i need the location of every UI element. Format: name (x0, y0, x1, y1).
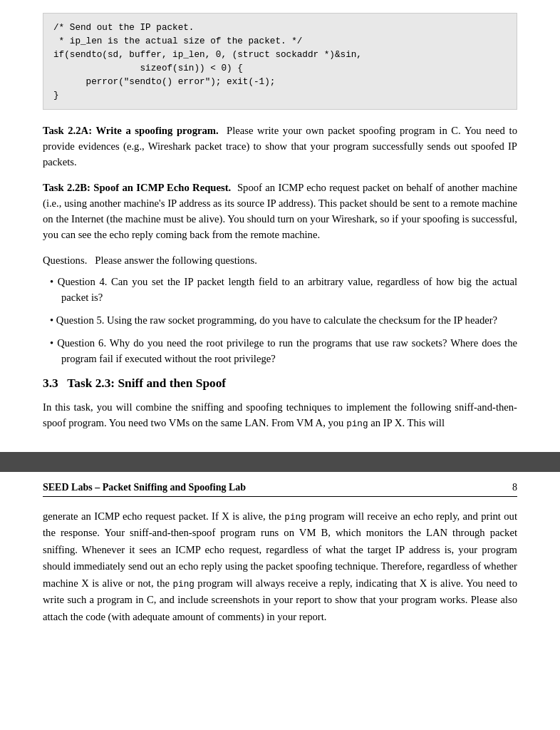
question-4-label: Question 4. (58, 276, 108, 287)
section-number: 3.3 (43, 376, 58, 390)
questions-section: Questions. Please answer the following q… (43, 252, 517, 366)
question-5-text: Using the raw socket programming, do you… (107, 314, 497, 326)
ping-inline-1: ping (346, 418, 368, 429)
questions-label: Questions. (43, 255, 87, 266)
code-line-2: * ip_len is the actual size of the packe… (53, 36, 302, 46)
page-top: /* Send out the IP packet. * ip_len is t… (0, 0, 560, 431)
task-2-2b: Task 2.2B: Spoof an ICMP Echo Request. S… (43, 180, 517, 242)
question-6-item: Question 6. Why do you need the root pri… (50, 335, 517, 366)
task-2-2a-label: Task 2.2A: Write a spoofing program. (43, 125, 219, 136)
task-2-2a: Task 2.2A: Write a spoofing program. Ple… (43, 123, 517, 170)
section-intro-text: In this task, you will combine the sniff… (43, 401, 517, 428)
footer-page-number: 8 (512, 482, 517, 493)
section-intro-end: an IP X. This will (370, 417, 445, 428)
section-3-3-heading: 3.3 Task 2.3: Sniff and then Spoof (43, 376, 517, 391)
code-line-5: perror("sendto() error"); exit(-1); (53, 76, 275, 87)
questions-intro-text: Please answer the following questions. (95, 255, 257, 266)
ping-inline-3: ping (172, 579, 194, 590)
questions-intro: Questions. Please answer the following q… (43, 252, 517, 268)
question-4-text: Can you set the IP packet length field t… (61, 276, 517, 303)
footer-title: SEED Labs – Packet Sniffing and Spoofing… (43, 482, 246, 493)
footer-line: SEED Labs – Packet Sniffing and Spoofing… (43, 472, 517, 497)
section-title: Task 2.3: Sniff and then Spoof (67, 376, 226, 390)
page-divider-bar (0, 452, 560, 472)
question-5-item: Question 5. Using the raw socket program… (50, 312, 517, 328)
code-block: /* Send out the IP packet. * ip_len is t… (43, 13, 517, 110)
bottom-text-start: generate an ICMP echo request packet. If… (43, 510, 281, 522)
code-line-3: if(sendto(sd, buffer, ip_len, 0, (struct… (53, 49, 362, 60)
code-line-4: sizeof(sin)) < 0) { (53, 63, 243, 73)
question-list: Question 4. Can you set the IP packet le… (43, 274, 517, 366)
code-line-1: /* Send out the IP packet. (53, 22, 194, 33)
page-bottom: SEED Labs – Packet Sniffing and Spoofing… (0, 472, 560, 625)
question-6-label: Question 6. (57, 337, 106, 349)
ping-inline-2: ping (284, 512, 306, 523)
question-4-item: Question 4. Can you set the IP packet le… (50, 274, 517, 305)
task-2-2b-label: Task 2.2B: Spoof an ICMP Echo Request. (43, 182, 231, 193)
section-3-3-title: 3.3 Task 2.3: Sniff and then Spoof (43, 376, 517, 391)
section-3-3-content: In this task, you will combine the sniff… (43, 399, 517, 431)
code-line-6: } (53, 90, 59, 101)
question-6-text: Why do you need the root privilege to ru… (61, 337, 517, 364)
question-5-label: Question 5. (56, 314, 105, 326)
bottom-paragraph: generate an ICMP echo request packet. If… (43, 508, 517, 625)
